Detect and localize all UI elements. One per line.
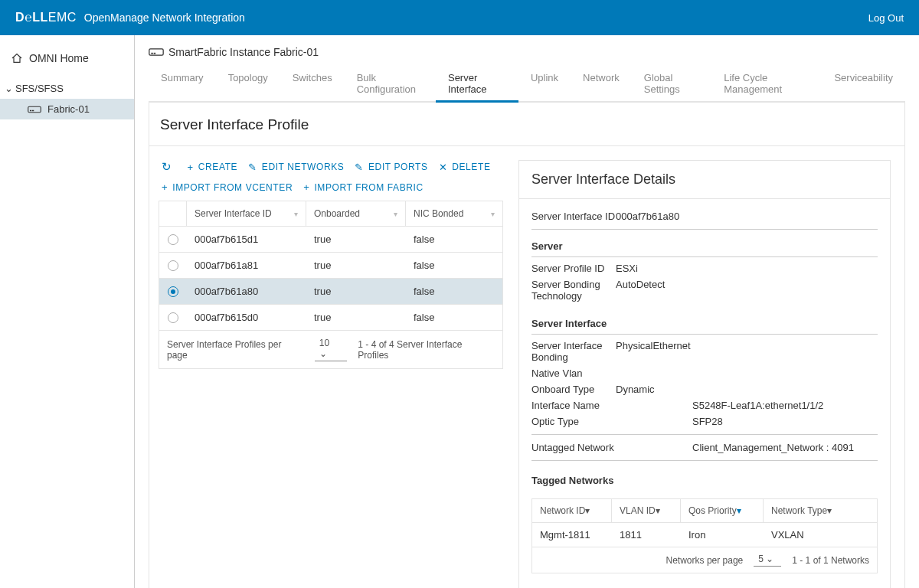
tab-lcm[interactable]: Life Cycle Management <box>711 64 822 101</box>
radio-select[interactable] <box>168 286 178 297</box>
refresh-button[interactable]: ↻ <box>162 160 177 174</box>
si-id-value: 000af7b61a80 <box>616 211 878 222</box>
create-button[interactable]: +CREATE <box>188 162 238 173</box>
col-vlan-id[interactable]: VLAN ID▾ <box>612 499 681 523</box>
product-name: OpenManage Network Integration <box>84 11 245 24</box>
cell-nic-bonded: false <box>406 253 502 278</box>
network-type-value: VXLAN <box>764 523 877 547</box>
col-select <box>159 201 187 227</box>
cell-id: 000af7b615d1 <box>187 227 306 252</box>
sidebar-group-head[interactable]: ⌄ SFS/SFSS <box>0 80 134 99</box>
delete-button[interactable]: ✕DELETE <box>439 162 491 173</box>
edit-networks-button[interactable]: ✎EDIT NETWORKS <box>248 162 344 173</box>
onboard-type-value: Dynamic <box>616 384 878 395</box>
networks-page-size[interactable]: 5 ⌄ <box>754 554 781 567</box>
col-network-type[interactable]: Network Type▾ <box>764 499 877 523</box>
filter-icon[interactable]: ▾ <box>656 505 660 516</box>
main: SmartFabric Instance Fabric-01 Summary T… <box>135 35 919 588</box>
network-row[interactable]: Mgmt-1811 1811 Iron VXLAN <box>532 523 877 547</box>
page-size-select[interactable]: 10 ⌄ <box>315 338 348 361</box>
qos-value: Iron <box>681 523 764 547</box>
col-network-id[interactable]: Network ID▾ <box>532 499 612 523</box>
brand-logo: D℮LLEMC <box>15 11 77 24</box>
tab-network[interactable]: Network <box>571 64 632 101</box>
filter-icon[interactable]: ▾ <box>585 505 590 516</box>
refresh-icon: ↻ <box>162 160 172 174</box>
profile-grid: Server Interface ID▾ Onboarded▾ NIC Bond… <box>159 201 503 369</box>
sidebar-home-label: OMNI Home <box>29 52 89 64</box>
filter-icon[interactable]: ▾ <box>737 505 741 516</box>
tab-uplink[interactable]: Uplink <box>518 64 571 101</box>
plus-icon: + <box>162 181 168 193</box>
import-vcenter-button[interactable]: +IMPORT FROM VCENTER <box>162 181 293 193</box>
networks-header: Network ID▾ VLAN ID▾ Qos Priority▾ Netwo… <box>532 499 877 523</box>
radio-select[interactable] <box>168 234 178 245</box>
radio-select[interactable] <box>168 312 178 323</box>
cell-id: 000af7b61a80 <box>187 279 306 304</box>
grid-footer: Server Interface Profiles per page 10 ⌄ … <box>159 330 502 368</box>
filter-icon[interactable]: ▾ <box>491 210 495 218</box>
interface-name-label: Interface Name <box>531 400 692 411</box>
cell-onboarded: true <box>306 253 406 278</box>
networks-footer-label: Networks per page <box>666 555 744 566</box>
optic-type-label: Optic Type <box>531 416 692 427</box>
chevron-down-icon: ⌄ <box>766 554 773 564</box>
table-row[interactable]: 000af7b615d0truefalse <box>159 305 502 330</box>
filter-icon[interactable]: ▾ <box>827 505 832 516</box>
vlan-id-value: 1811 <box>612 523 681 547</box>
pencil-icon: ✎ <box>355 162 364 173</box>
col-onboarded[interactable]: Onboarded▾ <box>306 201 406 227</box>
tab-bulk-config[interactable]: Bulk Configuration <box>345 64 436 101</box>
logout-link[interactable]: Log Out <box>868 12 904 24</box>
networks-table: Network ID▾ VLAN ID▾ Qos Priority▾ Netwo… <box>531 498 878 573</box>
fabric-icon <box>28 105 41 114</box>
tab-switches[interactable]: Switches <box>280 64 345 101</box>
cell-nic-bonded: false <box>406 279 502 304</box>
sidebar-item-fabric[interactable]: Fabric-01 <box>0 99 134 119</box>
tabs: Summary Topology Switches Bulk Configura… <box>149 64 905 103</box>
sidebar-group-sfs: ⌄ SFS/SFSS Fabric-01 <box>0 75 134 124</box>
si-id-label: Server Interface ID <box>531 211 616 222</box>
table-row[interactable]: 000af7b61a80truefalse <box>159 279 502 305</box>
grid-header: Server Interface ID▾ Onboarded▾ NIC Bond… <box>159 201 502 227</box>
table-row[interactable]: 000af7b615d1truefalse <box>159 227 502 253</box>
cell-nic-bonded: false <box>406 305 502 330</box>
tab-topology[interactable]: Topology <box>216 64 280 101</box>
server-bonding-label: Server Bonding Technology <box>531 279 616 302</box>
onboard-type-label: Onboard Type <box>531 384 616 395</box>
filter-icon[interactable]: ▾ <box>294 210 298 218</box>
import-fabric-button[interactable]: +IMPORT FROM FABRIC <box>303 181 424 193</box>
svg-rect-4 <box>151 53 153 54</box>
card: Server Interface Profile ↻ +CREATE ✎EDIT… <box>149 103 905 588</box>
plus-icon: + <box>188 162 194 173</box>
filter-icon[interactable]: ▾ <box>394 210 397 218</box>
fabric-icon <box>149 47 164 57</box>
radio-select[interactable] <box>168 260 178 271</box>
sidebar-home[interactable]: OMNI Home <box>0 47 134 75</box>
tab-server-interface[interactable]: Server Interface <box>436 64 518 101</box>
col-qos-priority[interactable]: Qos Priority▾ <box>681 499 764 523</box>
cell-id: 000af7b61a81 <box>187 253 306 278</box>
tab-global-settings[interactable]: Global Settings <box>632 64 711 101</box>
home-icon <box>11 53 23 64</box>
server-profile-id-label: Server Profile ID <box>531 263 616 274</box>
svg-rect-2 <box>32 109 34 111</box>
col-server-interface-id[interactable]: Server Interface ID▾ <box>187 201 306 227</box>
native-vlan-value <box>616 368 878 379</box>
cell-nic-bonded: false <box>406 227 502 252</box>
details-pane: Server Interface Details Server Interfac… <box>518 160 891 588</box>
brand: D℮LLEMC OpenManage Network Integration <box>15 11 245 24</box>
tab-summary[interactable]: Summary <box>149 64 216 101</box>
edit-ports-button[interactable]: ✎EDIT PORTS <box>355 162 427 173</box>
tab-serviceability[interactable]: Serviceability <box>822 64 905 101</box>
plus-icon: + <box>303 181 309 193</box>
server-profile-id-value: ESXi <box>616 263 878 274</box>
cell-id: 000af7b615d0 <box>187 305 306 330</box>
untagged-network-label: Untagged Network <box>531 442 692 453</box>
details-title: Server Interface Details <box>519 161 890 199</box>
sidebar: OMNI Home ⌄ SFS/SFSS Fabric-01 <box>0 35 135 588</box>
card-title: Server Interface Profile <box>149 103 904 146</box>
networks-footer-range: 1 - 1 of 1 Networks <box>792 555 869 566</box>
table-row[interactable]: 000af7b61a81truefalse <box>159 253 502 279</box>
col-nic-bonded[interactable]: NIC Bonded▾ <box>406 201 502 227</box>
